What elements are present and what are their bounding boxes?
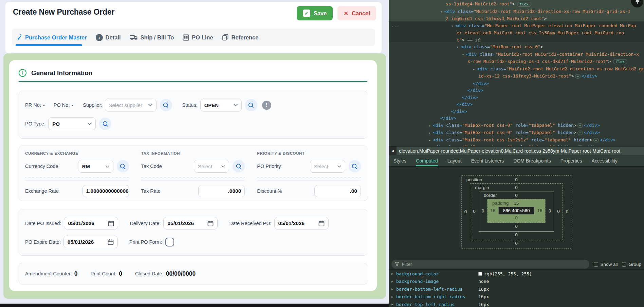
- code-line[interactable]: t"> == $0: [389, 37, 644, 44]
- flex-badge[interactable]: flex: [613, 59, 628, 64]
- po-expire-picker[interactable]: 05/01/2026: [63, 236, 118, 248]
- expand-dots-badge[interactable]: ⋯: [575, 74, 581, 79]
- po-type-select[interactable]: PO: [48, 117, 96, 130]
- code-token: "MuiGrid2-root MuiGrid2-direction-xs-row…: [506, 66, 644, 71]
- expand-arrow-icon[interactable]: ▶: [391, 280, 396, 283]
- show-all-checkbox[interactable]: [594, 262, 598, 267]
- code-line[interactable]: ▸ <div class="MuiBox-root css-0" role="t…: [389, 122, 644, 130]
- supplier-select[interactable]: Select supplier: [105, 99, 157, 112]
- code-token: </div>: [584, 130, 600, 135]
- code-line[interactable]: ▸ <div class="MuiBox-root css-0" role="t…: [389, 144, 644, 146]
- tab-properties[interactable]: Properties: [560, 155, 582, 166]
- code-token: "MuiGrid2-root MuiGrid2-container MuiGri…: [495, 52, 639, 57]
- filter-input[interactable]: [402, 262, 586, 267]
- code-line[interactable]: </div>: [389, 94, 644, 101]
- expander-right-icon[interactable]: ▸: [429, 131, 433, 135]
- cancel-x-icon: ✕: [344, 10, 348, 17]
- code-line[interactable]: ▾ <div class="MuiPaper-root MuiPaper-ele…: [389, 22, 644, 30]
- tab-event-listeners[interactable]: Event Listeners: [471, 155, 504, 166]
- code-line[interactable]: ▾ <div class="MuiBox-root css-0">: [389, 44, 644, 51]
- code-line[interactable]: 2 imgGird1 css-16fnxy3-MuiGrid2-root">: [389, 15, 644, 22]
- status-warning-icon[interactable]: !: [262, 101, 271, 110]
- tab-computed[interactable]: Computed: [416, 155, 438, 166]
- expand-dots-badge[interactable]: ⋯: [593, 138, 599, 142]
- code-line[interactable]: </div>: [389, 115, 644, 122]
- cancel-button[interactable]: ✕ Cancel: [337, 6, 376, 20]
- code-token: class=: [471, 44, 490, 49]
- expander-down-icon[interactable]: ▾: [440, 10, 444, 14]
- code-token: >: [574, 130, 576, 135]
- status-select[interactable]: OPEN: [200, 99, 242, 112]
- print-po-form-checkbox[interactable]: [165, 238, 174, 246]
- position-top-value: 0: [515, 177, 518, 182]
- computed-property-row: ▶border-bottom-right-radius16px: [389, 293, 644, 301]
- expander-down-icon[interactable]: ▾: [462, 53, 466, 56]
- code-line[interactable]: ▸ <div class="MuiGrid2-root MuiGrid2-dir…: [389, 66, 644, 73]
- group-option: Group: [622, 262, 641, 267]
- code-line[interactable]: s-row MuiGrid2-spacing-xs-3 css-dkd71f-M…: [389, 58, 644, 66]
- code-line[interactable]: </div>: [389, 80, 644, 87]
- tab-styles[interactable]: Styles: [393, 155, 406, 166]
- expand-dots-badge[interactable]: ⋯: [577, 131, 583, 135]
- code-token: <div: [461, 44, 471, 49]
- currency-code-select[interactable]: RM: [78, 160, 113, 173]
- po-priority-search-button[interactable]: [349, 160, 361, 172]
- code-line[interactable]: id-xs-12 css-16fnxy3-MuiGrid2-root">⋯</d…: [389, 73, 644, 80]
- tab-accessibility[interactable]: Accessibility: [592, 155, 618, 166]
- po-priority-select[interactable]: Select: [310, 160, 345, 173]
- tab-po-line[interactable]: PO Line: [183, 34, 213, 41]
- date-received-value: 05/01/2026: [278, 220, 305, 226]
- tab-ship-bill-to[interactable]: Ship / Bill To: [130, 34, 174, 41]
- expand-arrow-icon[interactable]: ▶: [391, 287, 396, 291]
- supplier-placeholder: Select supplier: [109, 102, 142, 108]
- tab-purchase-order-master[interactable]: Purchase Order Master: [16, 34, 87, 41]
- tax-code-select[interactable]: Select: [194, 160, 229, 173]
- code-line[interactable]: ss-1pi8xg4-MuiGrid2-root">flex: [389, 1, 644, 8]
- breadcrumb-back-button[interactable]: ◀: [389, 147, 397, 155]
- expander-down-icon[interactable]: ▾: [451, 24, 455, 28]
- code-line[interactable]: </div>: [389, 87, 644, 94]
- expand-arrow-icon[interactable]: ▶: [391, 303, 396, 306]
- expand-arrow-icon[interactable]: ▶: [391, 272, 396, 275]
- code-line[interactable]: ▸ <div class="MuiBox-root css-0" role="t…: [389, 129, 644, 137]
- form-tabs: Purchase Order Master i Detail Ship / Bi…: [12, 29, 375, 46]
- expander-right-icon[interactable]: ▸: [429, 138, 433, 142]
- exchange-rate-label: Exchange Rate: [25, 188, 82, 194]
- delivery-date-picker[interactable]: 05/01/2026: [163, 217, 218, 229]
- expander-down-icon[interactable]: ▾: [457, 45, 461, 49]
- discount-input[interactable]: .00: [314, 185, 361, 197]
- status-search-button[interactable]: [245, 99, 257, 111]
- expand-dots-badge[interactable]: ⋯: [577, 123, 583, 128]
- tab-detail[interactable]: i Detail: [96, 34, 121, 41]
- position-right-value: 0: [566, 209, 569, 214]
- flex-badge[interactable]: flex: [517, 2, 532, 7]
- code-line[interactable]: </div>: [389, 101, 644, 108]
- expander-right-icon[interactable]: ▸: [429, 124, 433, 127]
- save-button[interactable]: ✓ Save: [297, 6, 333, 20]
- date-po-issued-picker[interactable]: 05/01/2026: [64, 217, 118, 229]
- po-type-search-button[interactable]: [99, 118, 111, 130]
- tax-rate-input[interactable]: .0000: [198, 185, 245, 197]
- tax-code-search-button[interactable]: [233, 160, 245, 172]
- group-checkbox[interactable]: [622, 262, 626, 267]
- tab-reference[interactable]: Reference: [222, 34, 259, 41]
- code-line[interactable]: </div>: [389, 108, 644, 115]
- expander-right-icon[interactable]: ▸: [473, 67, 477, 71]
- code-token: >: [540, 44, 543, 49]
- code-line[interactable]: ▸ <div class="MuiBox-root css-1sm2s1z" r…: [389, 137, 644, 144]
- expand-arrow-icon[interactable]: ▶: [391, 295, 396, 299]
- tab-layout[interactable]: Layout: [447, 155, 462, 166]
- currency-search-button[interactable]: [117, 160, 129, 172]
- code-token: "MuiBox-root css-1sm2s1z": [462, 137, 529, 142]
- padding-bottom-value: 0: [490, 215, 542, 221]
- code-line[interactable]: ▾ <div class="MuiGrid2-root MuiGrid2-dir…: [389, 8, 644, 16]
- supplier-search-button[interactable]: [160, 99, 172, 111]
- exchange-rate-input[interactable]: 1.0000000000000: [82, 185, 129, 197]
- tab-dom-breakpoints[interactable]: DOM Breakpoints: [513, 155, 551, 166]
- date-received-picker[interactable]: 05/01/2026: [274, 217, 329, 229]
- code-line[interactable]: er-elevation0 MuiCard-root css-2s58ym-Mu…: [389, 30, 644, 37]
- info-outline-icon: i: [19, 69, 26, 77]
- filter-field[interactable]: [391, 260, 589, 269]
- code-line[interactable]: ▾ <div class="MuiGrid2-root MuiGrid2-con…: [389, 51, 644, 58]
- divider: [141, 181, 245, 181]
